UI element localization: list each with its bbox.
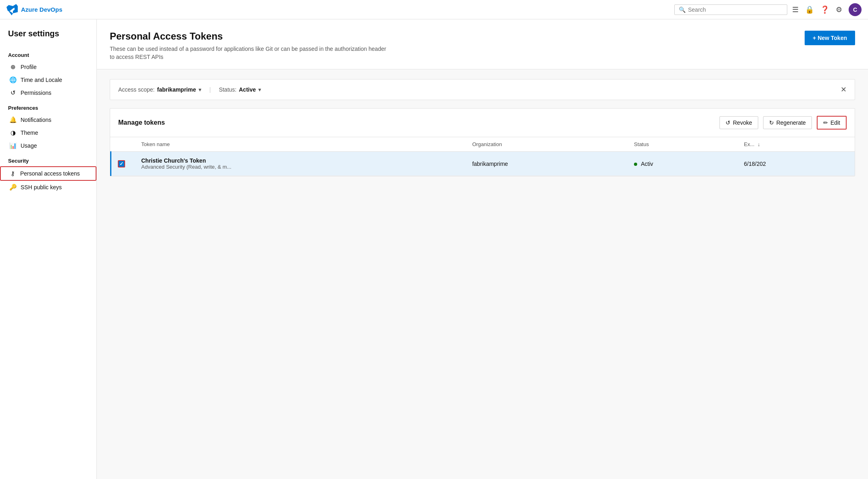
filter-close-button[interactable]: ✕ [841,85,847,94]
usage-icon: 📊 [9,142,17,149]
sidebar-section-preferences: Preferences [0,99,96,113]
token-name: Christie Church's Token [141,157,456,164]
page-title: Personal Access Tokens [110,31,392,42]
revoke-icon: ↺ [726,119,730,126]
sidebar-item-label-personal-access-tokens: Personal access tokens [20,170,80,177]
col-organization: Organization [464,137,626,152]
main-content: Personal Access Tokens These can be used… [97,19,868,479]
sidebar-item-label-notifications: Notifications [21,117,51,123]
regenerate-button[interactable]: ↻ Regenerate [763,116,812,129]
edit-button[interactable]: ✏ Edit [817,116,847,130]
notifications-icon: 🔔 [9,116,17,123]
sidebar-item-permissions[interactable]: ↺ Permissions [0,86,96,99]
col-expiry[interactable]: Ex... ↓ [736,137,855,152]
col-token-name: Token name [133,137,464,152]
azure-devops-logo-icon [6,4,18,15]
lock-icon[interactable]: 🔒 [805,5,814,14]
token-table: Token name Organization Status Ex... ↓ [110,137,855,176]
top-navigation: Azure DevOps 🔍 ☰ 🔒 ❓ ⚙ C [0,0,868,19]
edit-icon: ✏ [823,119,828,126]
access-scope-label: Access scope: [118,86,155,93]
status-value: Active [239,86,256,93]
token-expiry: 6/18/202 [744,161,766,167]
access-scope-value: fabrikamprime [157,86,196,93]
sidebar-item-label-profile: Profile [21,64,37,70]
search-icon: 🔍 [679,6,686,13]
profile-icon: ⊕ [9,63,17,71]
content-area: Access scope: fabrikamprime ▾ | Status: … [97,69,868,186]
manage-tokens-section: Manage tokens ↺ Revoke ↻ Regenerate ✏ Ed… [110,108,855,176]
token-table-body: Christie Church's Token Advanced Securit… [111,152,855,176]
page-description: These can be used instead of a password … [110,45,392,61]
sidebar-item-ssh-public-keys[interactable]: 🔑 SSH public keys [0,181,96,194]
revoke-label: Revoke [733,119,752,126]
page-header-text: Personal Access Tokens These can be used… [110,31,392,61]
token-organization: fabrikamprime [472,161,508,167]
sidebar: User settings Account ⊕ Profile 🌐 Time a… [0,19,97,479]
token-table-header: Token name Organization Status Ex... ↓ [111,137,855,152]
regenerate-icon: ↻ [769,119,774,126]
status-filter[interactable]: Status: Active ▾ [219,86,261,93]
row-checkbox-cell[interactable] [111,152,134,176]
token-status: Activ [641,161,653,167]
avatar[interactable]: C [849,3,862,16]
row-token-name-cell: Christie Church's Token Advanced Securit… [133,152,464,176]
token-description: Advanced Security (Read, write, & m... [141,164,456,170]
row-expiry-cell: 6/18/202 [736,152,855,176]
personal-access-tokens-icon: ⚷ [9,170,16,177]
sidebar-item-label-theme: Theme [21,130,38,136]
access-scope-chevron-icon: ▾ [199,86,201,93]
theme-icon: ◑ [9,129,17,136]
sidebar-title: User settings [0,29,96,46]
filter-bar: Access scope: fabrikamprime ▾ | Status: … [110,79,855,100]
col-status: Status [626,137,736,152]
search-bar[interactable]: 🔍 [674,4,787,15]
table-row[interactable]: Christie Church's Token Advanced Securit… [111,152,855,176]
row-status-cell: Activ [626,152,736,176]
search-input[interactable] [688,6,783,13]
status-label: Status: [219,86,236,93]
ssh-public-keys-icon: 🔑 [9,184,17,191]
topnav-icons: ☰ 🔒 ❓ ⚙ C [792,3,862,16]
sidebar-item-theme[interactable]: ◑ Theme [0,126,96,139]
sidebar-item-profile[interactable]: ⊕ Profile [0,61,96,73]
sidebar-section-security: Security [0,152,96,166]
permissions-icon: ↺ [9,89,17,96]
sidebar-item-label-usage: Usage [21,142,37,149]
filter-divider: | [209,86,211,93]
sidebar-item-label-permissions: Permissions [21,90,51,96]
sidebar-item-usage[interactable]: 📊 Usage [0,139,96,152]
access-scope-filter[interactable]: Access scope: fabrikamprime ▾ [118,86,201,93]
sidebar-item-label-ssh-public-keys: SSH public keys [21,184,62,190]
main-layout: User settings Account ⊕ Profile 🌐 Time a… [0,19,868,479]
sidebar-item-label-time-locale: Time and Locale [21,77,62,83]
regenerate-label: Regenerate [776,119,806,126]
edit-label: Edit [830,119,840,126]
help-icon[interactable]: ❓ [820,5,829,14]
time-locale-icon: 🌐 [9,76,17,84]
sidebar-item-personal-access-tokens[interactable]: ⚷ Personal access tokens [0,166,96,181]
revoke-button[interactable]: ↺ Revoke [719,116,758,129]
status-dot-icon [634,163,637,166]
status-chevron-icon: ▾ [258,86,261,93]
task-list-icon[interactable]: ☰ [792,5,799,14]
sidebar-item-time-locale[interactable]: 🌐 Time and Locale [0,73,96,86]
row-organization-cell: fabrikamprime [464,152,626,176]
sidebar-item-notifications[interactable]: 🔔 Notifications [0,113,96,126]
new-token-button[interactable]: + New Token [805,31,855,45]
app-name: Azure DevOps [21,6,63,13]
app-logo[interactable]: Azure DevOps [6,4,63,15]
manage-tokens-title: Manage tokens [118,119,715,126]
sidebar-section-account: Account [0,46,96,61]
sort-arrow-icon: ↓ [757,141,760,147]
row-checkbox[interactable] [118,160,125,167]
manage-tokens-header: Manage tokens ↺ Revoke ↻ Regenerate ✏ Ed… [110,109,855,137]
settings-icon[interactable]: ⚙ [836,5,842,14]
page-header: Personal Access Tokens These can be used… [97,19,868,69]
col-checkbox [111,137,134,152]
